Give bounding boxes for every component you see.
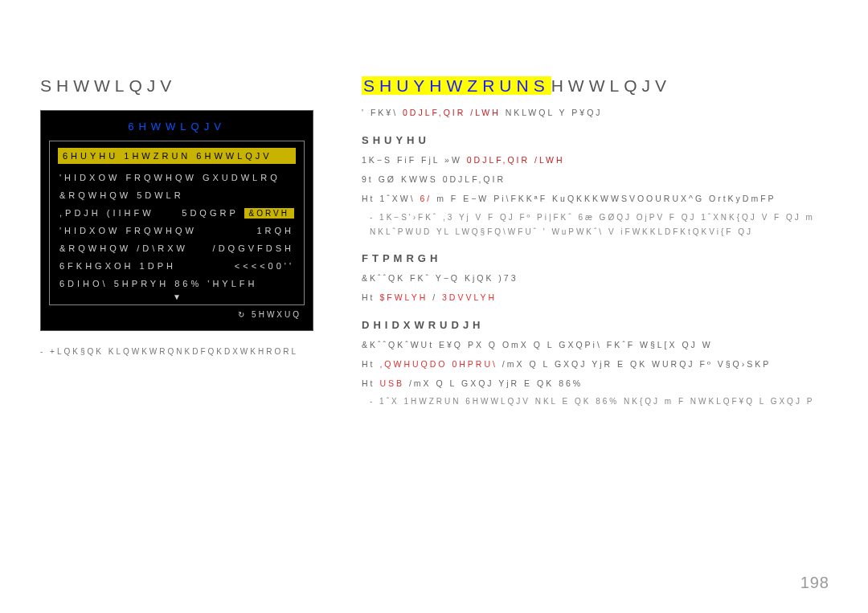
menu-label: 6FKHGXOH 1DPH bbox=[59, 261, 176, 271]
server-line: 9t GØ KWWS 0DJLF,QIR bbox=[362, 172, 828, 188]
storage-bullet: - 1ˆX 1HWZRUN 6HWWLQJV NKL E QK 86% NK{Q… bbox=[362, 394, 828, 409]
close-button[interactable]: &ORVH bbox=[244, 208, 294, 219]
menu-label: 'HIDXOW FRQWHQW GXUDWLRQ bbox=[59, 173, 280, 182]
scroll-down-icon[interactable]: ▼ bbox=[58, 292, 296, 301]
server-line: Ht 1ˆXW\ 6/ m F E−W Pi\FKKªF KuQKKKWWSVO… bbox=[362, 191, 828, 207]
settings-header: 6HWWLQJV bbox=[41, 117, 313, 141]
server-line: 1K−S FiF FjL »W 0DJLF,QIR /LWH bbox=[362, 153, 828, 169]
right-column: SHUYHWZRUNSHWWLQJV ' FK¥\ 0DJLF,QIR /LWH… bbox=[362, 76, 828, 409]
storage-line: Ht ,QWHUQDO 0HPRU\ /mX Q L GXQJ YjR E QK… bbox=[362, 357, 828, 373]
storage-heading: DHIDXWRUDJH bbox=[362, 319, 828, 331]
right-title: SHUYHWZRUNSHWWLQJV bbox=[362, 76, 828, 96]
footnote-text: +LQK§QK KLQWKWRQNKDFQKDXWKHRORL bbox=[50, 347, 298, 356]
menu-label: &RQWHQW /D\RXW bbox=[59, 243, 188, 253]
title-rest: HWWLQJV bbox=[551, 76, 671, 95]
menu-highlighted[interactable]: 6HUYHU 1HWZRUN 6HWWLQJV bbox=[58, 148, 296, 164]
left-title: SHWWLQJV bbox=[40, 76, 313, 96]
page-root: SHWWLQJV 6HWWLQJV 6HUYHU 1HWZRUN 6HWWLQJ… bbox=[0, 0, 868, 409]
menu-value: 5DQGRP bbox=[182, 208, 238, 218]
menu-label: 'HIDXOW FRQWHQW bbox=[59, 226, 197, 235]
menu-item[interactable]: 'HIDXOW FRQWHQW 1RQH bbox=[58, 222, 296, 239]
server-bullet: - 1K−S'›FKˆ ,3 Yj V F QJ Fº Pi|FKˆ 6æ GØ… bbox=[362, 210, 828, 239]
menu-value: /DQGVFDSH bbox=[213, 243, 294, 253]
menu-item[interactable]: 'HIDXOW FRQWHQW GXUDWLRQ bbox=[58, 169, 296, 186]
intro-line: ' FK¥\ 0DJLF,QIR /LWH NKLWQL Y P¥QJ bbox=[362, 105, 828, 121]
menu-item[interactable]: &RQWHQW 5DWLR bbox=[58, 186, 296, 204]
settings-panel: 6HWWLQJV 6HUYHU 1HWZRUN 6HWWLQJV 'HIDXOW… bbox=[40, 110, 313, 331]
menu-value-wrap: 5DQGRP &ORVH bbox=[182, 208, 294, 218]
page-number: 198 bbox=[800, 574, 829, 592]
menu-item[interactable]: &RQWHQW /D\RXW /DQGVFDSH bbox=[58, 239, 296, 257]
return-row[interactable]: ↻ 5HWXUQ bbox=[41, 305, 313, 319]
return-label: 5HWXUQ bbox=[252, 310, 301, 319]
storage-line: Ht USB /mX Q L GXQJ YjR E QK 86% bbox=[362, 376, 828, 392]
left-footnote: - +LQK§QK KLQWKWRQNKDFQKDXWKHRORL bbox=[40, 345, 313, 358]
ftp-line: Ht $FWLYH / 3DVVLYH bbox=[362, 290, 828, 306]
menu-value: <<<<00'' bbox=[235, 261, 294, 271]
storage-line: &KˆˆQKˆWUt E¥Q PX Q OmX Q L GXQPi\ FKˆF … bbox=[362, 337, 828, 353]
menu-item[interactable]: 6FKHGXOH 1DPH <<<<00'' bbox=[58, 257, 296, 275]
server-heading: SHUYHU bbox=[362, 134, 828, 146]
menu-label: ,PDJH (IIHFW bbox=[59, 208, 154, 218]
settings-menu: 6HUYHU 1HWZRUN 6HWWLQJV 'HIDXOW FRQWHQW … bbox=[49, 141, 305, 305]
return-icon: ↻ bbox=[238, 310, 247, 319]
ftp-line: &KˆˆQK FKˆ Y−Q KjQK )73 bbox=[362, 271, 828, 287]
title-highlight: SHUYHWZRUNS bbox=[362, 76, 551, 95]
menu-item[interactable]: 6DIHO\ 5HPRYH 86% 'HYLFH bbox=[58, 275, 296, 292]
ftp-heading: FTPMRGH bbox=[362, 252, 828, 264]
menu-item[interactable]: ,PDJH (IIHFW 5DQGRP &ORVH bbox=[58, 204, 296, 222]
menu-value: 1RQH bbox=[256, 226, 294, 235]
menu-label: &RQWHQW 5DWLR bbox=[59, 190, 184, 200]
left-column: SHWWLQJV 6HWWLQJV 6HUYHU 1HWZRUN 6HWWLQJ… bbox=[40, 76, 313, 409]
menu-label: 6DIHO\ 5HPRYH 86% 'HYLFH bbox=[59, 279, 257, 288]
